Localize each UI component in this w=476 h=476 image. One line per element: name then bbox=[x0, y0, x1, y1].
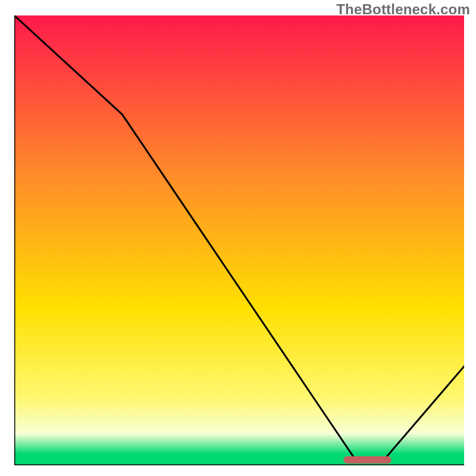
gradient-background bbox=[14, 15, 464, 465]
chart-container: TheBottleneck.com bbox=[0, 0, 476, 476]
chart-svg bbox=[14, 15, 464, 465]
plot-area bbox=[14, 15, 464, 465]
